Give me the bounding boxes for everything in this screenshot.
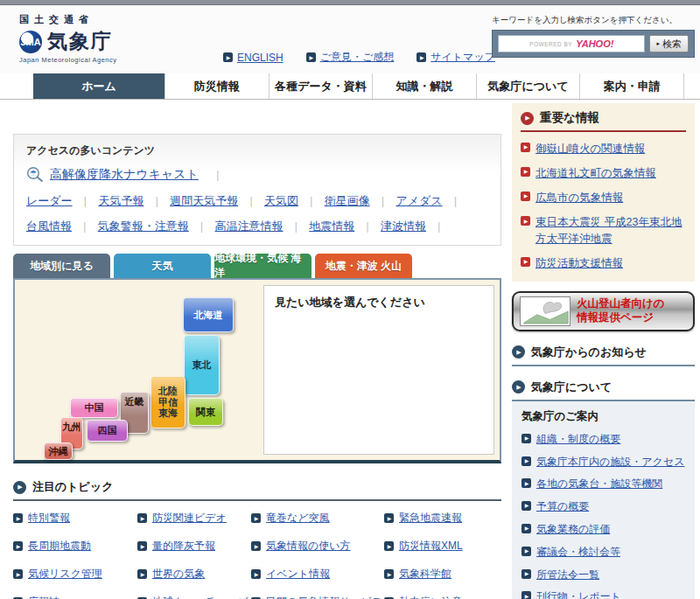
guide-item-budget[interactable]: 予算の概要 (522, 499, 685, 514)
sitemap-link[interactable]: サイトマップ (430, 50, 495, 65)
topic-ashfall-forecast[interactable]: 量的降灰予報 (137, 539, 251, 554)
amedas-link[interactable]: アメダス (396, 193, 442, 209)
guide-item-evaluation[interactable]: 気象業務の評価 (522, 522, 685, 537)
weekly-forecast-link[interactable]: 週間天気予報 (170, 193, 238, 209)
separator: ｜ (362, 219, 373, 234)
separator: ｜ (306, 194, 317, 209)
satellite-link[interactable]: 衛星画像 (325, 193, 370, 209)
search-instruction: キーワードを入力し検索ボタンを押下ください。 (492, 15, 695, 26)
topic-disaster-video[interactable]: 防災関連ビデオ (137, 511, 251, 526)
tsunami-link[interactable]: 津波情報 (381, 219, 426, 234)
arrow-square-icon (137, 513, 147, 523)
arrow-square-icon (13, 569, 23, 579)
separator: ｜ (213, 168, 223, 183)
topic-pr-magazine[interactable]: 広報誌 (13, 595, 137, 599)
important-item-tohoku-earthquake[interactable]: 東日本大震災 平成23年東北地方太平洋沖地震 (521, 214, 686, 246)
jma-news-heading-row[interactable]: 気象庁からのお知らせ (512, 345, 695, 366)
volcano-banner-text: 火山登山者向けの 情報提供ページ (577, 297, 665, 324)
topic-tornado-gust[interactable]: 竜巻など突風 (251, 511, 384, 526)
header: 国土交通省 JMA 気象庁 Japan Meteorological Agenc… (0, 6, 700, 73)
separator: ｜ (80, 219, 90, 234)
jma-news-heading: 気象庁からのお知らせ (531, 345, 647, 360)
map-region-hokuriku-koshin-tokai[interactable]: 北陸甲信東海 (150, 376, 186, 428)
radar-link[interactable]: レーダー (26, 193, 73, 209)
search-button-arrow-icon: ▸ (656, 40, 660, 47)
important-item-hiroshima[interactable]: 広島市の気象情報 (521, 190, 686, 205)
map-region-shikoku[interactable]: 四国 (87, 420, 128, 442)
guide-item-hq-access[interactable]: 気象庁本庁内の施設・アクセス (522, 455, 685, 470)
jma-logo-icon: JMA (19, 31, 42, 53)
map-region-okinawa[interactable]: 沖縄 (44, 442, 73, 460)
arrow-square-icon (522, 524, 531, 533)
topic-private-weather-services[interactable]: 民間の気象情報サービス (251, 595, 384, 599)
arrow-square-icon (521, 143, 530, 152)
volcano-climbers-banner[interactable]: 火山登山者向けの 情報提供ページ (512, 291, 695, 331)
arrow-circle-icon (512, 380, 525, 394)
topic-earth-watchers[interactable]: 地球ウォッチャーズ (137, 595, 251, 599)
nav-tab-home[interactable]: ホーム (33, 73, 164, 99)
arrow-square-icon (251, 513, 261, 523)
topic-heatstroke[interactable]: 熱中症に注意 (384, 595, 501, 599)
topic-how-to-use-info[interactable]: 気象情報の使い方 (251, 539, 384, 554)
yahoo-logo: YAHOO! (576, 38, 613, 49)
region-map-panel: 北海道 東北 北陸甲信東海 関東 近畿 中国 四国 九州 沖縄 見たい地域を選ん… (13, 278, 501, 463)
guide-item-local-offices[interactable]: 各地の気象台・施設等機関 (522, 477, 685, 491)
search-bar: POWERED BY YAHOO! ▸ 検索 (492, 30, 695, 58)
jma-logo[interactable]: 国土交通省 JMA 気象庁 Japan Meteorological Agenc… (19, 13, 116, 64)
forecast-link[interactable]: 天気予報 (98, 193, 144, 209)
important-item-ontake[interactable]: 御嶽山噴火の関連情報 (521, 141, 686, 157)
arrow-circle-icon (512, 345, 525, 359)
topic-world-weather[interactable]: 世界の気象 (137, 567, 251, 582)
feedback-link[interactable]: ご意見・ご感想 (320, 50, 395, 65)
header-link-feedback[interactable]: ご意見・ご感想 (306, 50, 395, 65)
arrow-square-icon (522, 501, 531, 511)
nowcast-link[interactable]: 高解像度降水ナウキャスト (50, 167, 199, 183)
search-button[interactable]: ▸ 検索 (649, 35, 689, 52)
topic-science-museum[interactable]: 気象科学館 (384, 567, 501, 582)
english-link[interactable]: ENGLISH (237, 52, 284, 64)
map-region-tohoku[interactable]: 東北 (184, 335, 220, 395)
map-region-chugoku[interactable]: 中国 (70, 398, 118, 418)
arrow-square-icon (306, 52, 316, 62)
earthquake-link[interactable]: 地震情報 (309, 219, 354, 234)
arrow-square-icon (522, 478, 531, 488)
topic-event-info[interactable]: イベント情報 (251, 567, 384, 582)
important-item-disaster-support[interactable]: 防災活動支援情報 (521, 255, 686, 271)
header-link-sitemap[interactable]: サイトマップ (416, 50, 495, 65)
topics-heading: 注目のトピック (32, 479, 114, 495)
topic-eew[interactable]: 緊急地震速報 (384, 511, 501, 526)
nav-tab-data-resources[interactable]: 各種データ・資料 (269, 73, 373, 99)
separator: ｜ (246, 194, 256, 209)
arrow-square-icon (416, 52, 426, 62)
search-input[interactable]: POWERED BY YAHOO! (498, 35, 645, 52)
arrow-square-icon (522, 569, 531, 579)
topic-disaster-xml[interactable]: 防災情報XML (384, 539, 501, 554)
tab-climate-ocean[interactable]: 地球環境・気候 海洋 (214, 254, 312, 278)
guide-item-organization[interactable]: 組織・制度の概要 (522, 432, 685, 447)
guide-item-laws[interactable]: 所管法令一覧 (522, 568, 685, 582)
arrow-square-icon (384, 513, 394, 523)
header-link-english[interactable]: ENGLISH (223, 52, 284, 64)
important-info-section: 重要な情報 御嶽山噴火の関連情報 北海道礼文町の気象情報 広島市の気象情報 東日… (512, 103, 695, 282)
topic-long-period-motion[interactable]: 長周期地震動 (13, 539, 137, 554)
nav-tab-knowledge[interactable]: 知識・解説 (372, 73, 476, 99)
high-temp-link[interactable]: 高温注意情報 (215, 219, 284, 234)
typhoon-link[interactable]: 台風情報 (26, 219, 72, 234)
guide-item-publications[interactable]: 刊行物・レポート (522, 589, 685, 599)
nav-tab-about-jma[interactable]: 気象庁について (476, 73, 580, 99)
tab-weather[interactable]: 天気 (114, 254, 211, 278)
map-region-kanto[interactable]: 関東 (188, 398, 223, 426)
weather-map-link[interactable]: 天気図 (264, 193, 298, 209)
guide-item-councils[interactable]: 審議会・検討会等 (522, 545, 685, 560)
important-item-rebun[interactable]: 北海道礼文町の気象情報 (521, 165, 686, 181)
topic-special-warning[interactable]: 特別警報 (13, 511, 137, 526)
warnings-link[interactable]: 気象警報・注意報 (98, 219, 189, 234)
tab-by-region[interactable]: 地域別に見る (13, 254, 110, 278)
separator: ｜ (80, 194, 91, 209)
tab-earthquake-volcano[interactable]: 地震・津波 火山 (315, 254, 412, 278)
topic-climate-risk[interactable]: 気候リスク管理 (13, 567, 137, 582)
about-jma-heading-row[interactable]: 気象庁について (512, 380, 695, 401)
map-region-hokkaido[interactable]: 北海道 (183, 297, 234, 332)
nav-tab-disaster-info[interactable]: 防災情報 (164, 73, 269, 99)
nav-tab-guidance[interactable]: 案内・申請 (579, 73, 684, 99)
